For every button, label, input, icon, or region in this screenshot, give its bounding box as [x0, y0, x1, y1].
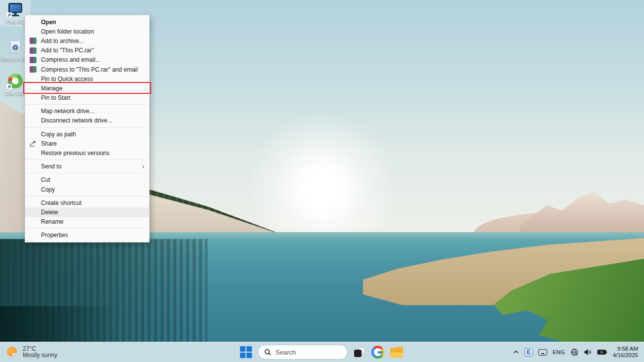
clock[interactable]: 9:58 AM 4/16/2025 [613, 346, 638, 359]
weather-widget[interactable]: 27°C Mostly sunny [7, 346, 57, 359]
menu-separator [26, 228, 149, 229]
menu-item-open-folder-location[interactable]: Open folder location [25, 27, 149, 36]
wallpaper-reeds [363, 238, 644, 305]
wallpaper-grass [494, 259, 644, 342]
start-button[interactable] [240, 346, 252, 358]
shortcut-arrow-icon: ↗ [6, 12, 12, 18]
tray-time: 9:58 AM [613, 346, 638, 352]
menu-item-copy-as-path[interactable]: Copy as path [25, 129, 149, 139]
menu-item-cut[interactable]: Cut [25, 175, 149, 185]
search-icon [264, 349, 271, 356]
winrar-icon [29, 56, 37, 64]
google-icon[interactable] [371, 346, 384, 359]
taskbar: 27°C Mostly sunny E ENG [0, 342, 644, 362]
search-input[interactable] [276, 349, 335, 356]
menu-item-send-to[interactable]: Send to › [25, 162, 149, 171]
task-view-icon[interactable] [354, 346, 365, 358]
wallpaper-lake [0, 232, 644, 342]
submenu-arrow-icon: › [142, 163, 144, 170]
tray-date: 4/16/2025 [613, 352, 638, 359]
coc-coc-icon: ↗ [7, 74, 24, 89]
coc-coc-label: Cốc Cốc [5, 90, 26, 96]
menu-item-open[interactable]: Open [25, 17, 149, 27]
menu-item-add-to-this-pc-rar[interactable]: Add to "This PC.rar" [25, 46, 149, 55]
recycle-bin-icon: ♻ [7, 39, 24, 55]
winrar-icon [29, 37, 37, 45]
wallpaper-dark-corner [0, 306, 119, 342]
menu-item-pin-to-start[interactable]: Pin to Start [25, 93, 149, 103]
menu-item-compress-to-rar-and-email[interactable]: Compress to "This PC.rar" and email [25, 65, 149, 74]
menu-item-delete[interactable]: Delete [25, 207, 149, 217]
share-icon [29, 140, 37, 148]
file-explorer-icon[interactable] [390, 347, 403, 358]
menu-separator [26, 127, 149, 128]
battery-charging-icon[interactable] [597, 349, 607, 355]
network-globe-icon[interactable] [570, 348, 578, 356]
wallpaper-tree-reflection [0, 239, 207, 342]
mostly-sunny-icon [7, 346, 19, 358]
menu-separator [26, 196, 149, 197]
menu-item-manage[interactable]: Manage [25, 83, 149, 93]
this-pc-label: This PC [5, 19, 25, 25]
menu-item-compress-and-email[interactable]: Compress and email... [25, 55, 149, 65]
menu-item-share[interactable]: Share [25, 139, 149, 148]
menu-item-create-shortcut[interactable]: Create shortcut [25, 198, 149, 207]
winrar-icon [29, 66, 37, 74]
menu-separator [26, 160, 149, 160]
menu-item-pin-to-quick-access[interactable]: Pin to Quick access [25, 74, 149, 83]
volume-icon[interactable] [584, 349, 592, 356]
weather-condition: Mostly sunny [23, 352, 57, 359]
search-box[interactable] [258, 345, 348, 360]
context-menu: Open Open folder location Add to archive… [25, 15, 150, 242]
weather-temp: 27°C [23, 346, 57, 353]
menu-item-restore-previous-versions[interactable]: Restore previous versions [25, 148, 149, 158]
menu-separator [26, 104, 149, 105]
menu-item-copy[interactable]: Copy [25, 185, 149, 194]
menu-item-rename[interactable]: Rename [25, 217, 149, 227]
desktop: ↗ This PC ♻ Recycle Bin ↗ Cốc Cốc Open O… [0, 0, 644, 362]
menu-item-map-network-drive[interactable]: Map network drive... [25, 107, 149, 116]
wallpaper-right-mountain [520, 192, 644, 237]
sun [304, 168, 340, 209]
shortcut-arrow-icon: ↗ [6, 84, 12, 89]
this-pc-icon: ↗ [7, 2, 24, 18]
ime-tray-icon[interactable]: E [524, 348, 533, 357]
touch-keyboard-icon[interactable] [538, 349, 547, 356]
menu-item-add-to-archive[interactable]: Add to archive... [25, 36, 149, 45]
menu-item-properties[interactable]: Properties [25, 231, 149, 240]
language-indicator[interactable]: ENG [553, 349, 565, 355]
menu-separator [26, 173, 149, 173]
tray-chevron-up-icon[interactable] [513, 350, 519, 354]
wallpaper-dune [474, 212, 644, 237]
sun-halo [245, 111, 399, 264]
menu-item-disconnect-network-drive[interactable]: Disconnect network drive... [25, 116, 149, 125]
winrar-icon [29, 46, 37, 54]
